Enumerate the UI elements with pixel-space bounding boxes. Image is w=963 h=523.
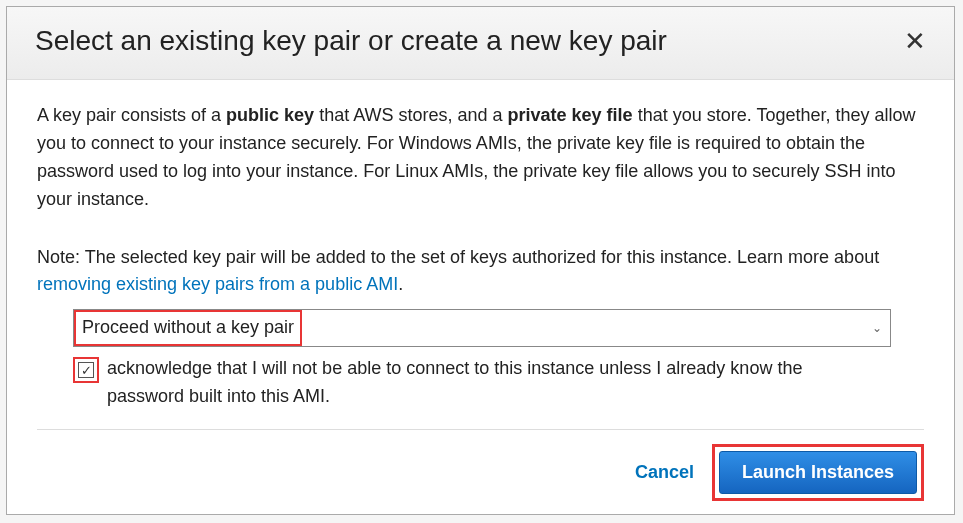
dialog-footer: Cancel Launch Instances bbox=[37, 429, 924, 519]
acknowledge-text: acknowledge that I will not be able to c… bbox=[107, 355, 867, 411]
launch-button-highlight: Launch Instances bbox=[712, 444, 924, 501]
description-text: A key pair consists of a public key that… bbox=[37, 102, 924, 214]
dialog-title: Select an existing key pair or create a … bbox=[35, 25, 667, 57]
note-suffix: . bbox=[398, 274, 403, 294]
acknowledge-checkbox[interactable]: ✓ bbox=[78, 362, 94, 378]
acknowledge-checkbox-highlight: ✓ bbox=[73, 357, 99, 383]
dialog-header: Select an existing key pair or create a … bbox=[7, 7, 954, 80]
key-pair-dialog: Select an existing key pair or create a … bbox=[6, 6, 955, 515]
remove-key-pairs-link[interactable]: removing existing key pairs from a publi… bbox=[37, 274, 398, 294]
desc-a: A key pair consists of a bbox=[37, 105, 226, 125]
key-pair-select-wrap: Proceed without a key pair ⌄ bbox=[73, 309, 924, 347]
note-prefix: Note: The selected key pair will be adde… bbox=[37, 247, 879, 267]
chevron-down-icon: ⌄ bbox=[872, 319, 882, 338]
close-icon[interactable]: ✕ bbox=[904, 28, 926, 54]
dialog-body: A key pair consists of a public key that… bbox=[7, 80, 954, 411]
select-value-highlight: Proceed without a key pair bbox=[74, 310, 302, 346]
launch-instances-button[interactable]: Launch Instances bbox=[719, 451, 917, 494]
desc-private-key: private key file bbox=[508, 105, 633, 125]
key-pair-select[interactable]: Proceed without a key pair ⌄ bbox=[73, 309, 891, 347]
desc-c: that AWS stores, and a bbox=[314, 105, 507, 125]
note-text: Note: The selected key pair will be adde… bbox=[37, 244, 924, 300]
acknowledge-row: ✓ acknowledge that I will not be able to… bbox=[73, 355, 924, 411]
cancel-button[interactable]: Cancel bbox=[635, 462, 694, 483]
desc-public-key: public key bbox=[226, 105, 314, 125]
key-pair-select-value: Proceed without a key pair bbox=[82, 317, 294, 337]
